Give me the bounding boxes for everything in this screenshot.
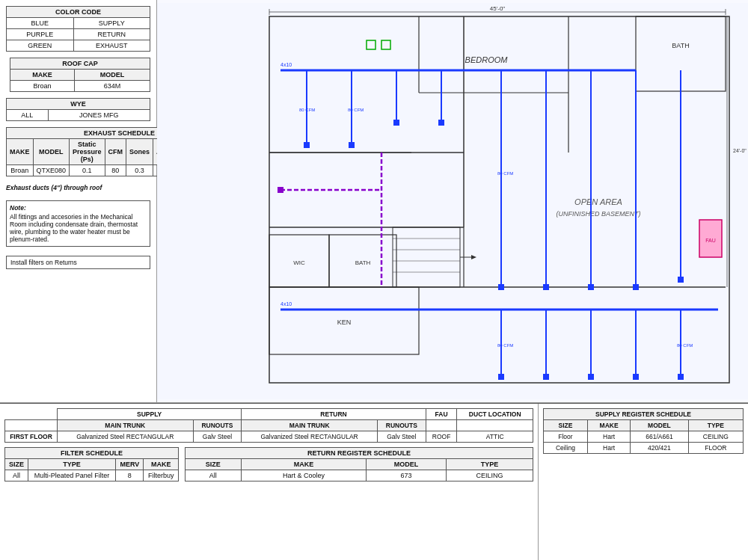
svg-rect-43 xyxy=(349,142,355,148)
rr-model-header: MODEL xyxy=(367,459,447,470)
svg-rect-42 xyxy=(304,142,310,148)
supply-register-table: SUPPLY REGISTER SCHEDULE SIZE MAKE MODEL… xyxy=(543,408,744,454)
bottom-section: SUPPLY RETURN FAU DUCT LOCATION MAIN TRU… xyxy=(0,403,748,560)
roof-cap-model-header: MODEL xyxy=(75,70,150,81)
sr-type-header: TYPE xyxy=(688,420,743,431)
sr-size-1: Floor xyxy=(544,431,588,443)
ex-sones-header: Sones xyxy=(126,139,153,165)
svg-rect-51 xyxy=(498,374,504,380)
svg-text:FAU: FAU xyxy=(705,238,716,243)
ex-make-header: MAKE xyxy=(7,139,34,165)
svg-rect-53 xyxy=(588,374,594,380)
return-register-title: RETURN REGISTER SCHEDULE xyxy=(186,448,533,459)
sr-size-header: SIZE xyxy=(544,420,588,431)
left-panel: COLOR CODE BLUE SUPPLY PURPLE RETURN GRE… xyxy=(0,0,157,402)
bottom-right: SUPPLY REGISTER SCHEDULE SIZE MAKE MODEL… xyxy=(539,404,748,560)
svg-rect-44 xyxy=(393,120,399,126)
return-header: RETURN xyxy=(242,409,426,420)
svg-rect-48 xyxy=(588,284,594,290)
ex-static: 0.1 xyxy=(70,165,105,176)
filter-make: Filterbuy xyxy=(144,470,179,481)
sr-model-header: MODEL xyxy=(631,420,689,431)
filter-type: Multi-Pleated Panel Filter xyxy=(28,470,116,481)
return-main-trunk-val: Galvanized Steel RECTANGULAR xyxy=(242,431,378,443)
ex-static-header: Static Pressure (Ps) xyxy=(70,139,105,165)
svg-text:45'-0": 45'-0" xyxy=(490,5,506,12)
svg-text:24'-0": 24'-0" xyxy=(733,148,747,153)
ex-model: QTXE080 xyxy=(33,165,70,176)
meaning-exhaust: EXHAUST xyxy=(73,40,150,52)
floor-label: FIRST FLOOR xyxy=(5,431,58,443)
wye-table: WYE ALL JONES MFG xyxy=(6,98,150,121)
install-note: Install filters on Returns xyxy=(6,256,150,269)
blueprint-svg: 45'-0" BEDROOM xyxy=(157,0,748,402)
rr-size-header: SIZE xyxy=(186,459,242,470)
return-main-trunk-header: MAIN TRUNK xyxy=(242,420,378,431)
supply-return-table: SUPPLY RETURN FAU DUCT LOCATION MAIN TRU… xyxy=(4,408,533,443)
rr-make-header: MAKE xyxy=(241,459,366,470)
filter-schedule-title: FILTER SCHEDULE xyxy=(5,448,179,459)
sr-model-2: 420/421 xyxy=(631,443,689,454)
return-runouts-header: RUNOUTS xyxy=(377,420,426,431)
return-runouts-val: Galv Steel xyxy=(377,431,426,443)
color-code-title: COLOR CODE xyxy=(7,7,150,18)
filter-type-header: TYPE xyxy=(28,459,116,470)
ex-make: Broan xyxy=(7,165,34,176)
supply-header: SUPPLY xyxy=(58,409,242,420)
supply-runouts-header: RUNOUTS xyxy=(193,420,242,431)
svg-text:OPEN AREA: OPEN AREA xyxy=(574,197,622,206)
filter-table-wrap: FILTER SCHEDULE SIZE TYPE MERV MAKE All … xyxy=(4,447,179,481)
ex-cfm-header: CFM xyxy=(105,139,126,165)
wye-title: WYE xyxy=(7,99,150,110)
roof-cap-table: ROOF CAP MAKE MODEL Broan 634M xyxy=(10,58,150,92)
svg-rect-52 xyxy=(543,374,549,380)
color-blue: BLUE xyxy=(7,18,74,29)
top-section: COLOR CODE BLUE SUPPLY PURPLE RETURN GRE… xyxy=(0,0,748,403)
rr-model: 673 xyxy=(367,470,447,481)
roof-cap-make-header: MAKE xyxy=(10,70,75,81)
svg-text:80 CFM: 80 CFM xyxy=(497,171,513,176)
note-box: Note: All fittings and accesories in the… xyxy=(6,200,150,247)
roof-cap-model: 634M xyxy=(75,81,150,92)
supply-main-trunk-val: Galvanized Steel RECTANGULAR xyxy=(58,431,194,443)
sr-model-1: 661/A661 xyxy=(631,431,689,443)
duct-location-header: DUCT LOCATION xyxy=(457,409,533,420)
svg-text:80 CFM: 80 CFM xyxy=(299,108,315,112)
ex-sones: 0.3 xyxy=(126,165,153,176)
svg-text:WIC: WIC xyxy=(293,259,305,266)
rr-type: CEILING xyxy=(447,470,533,481)
svg-text:80 CFM: 80 CFM xyxy=(497,343,513,348)
return-register-table: RETURN REGISTER SCHEDULE SIZE MAKE MODEL… xyxy=(185,447,533,481)
filter-merv: 8 xyxy=(116,470,144,481)
svg-rect-50 xyxy=(678,277,684,283)
sr-type-1: CEILING xyxy=(688,431,743,443)
svg-rect-46 xyxy=(498,284,504,290)
wye-mfg: JONES MFG xyxy=(48,110,150,121)
ex-model-header: MODEL xyxy=(33,139,70,165)
color-purple: PURPLE xyxy=(7,29,74,40)
svg-text:4x10: 4x10 xyxy=(280,62,292,67)
bottom-left: SUPPLY RETURN FAU DUCT LOCATION MAIN TRU… xyxy=(0,404,539,560)
meaning-return: RETURN xyxy=(73,29,150,40)
svg-text:80 CFM: 80 CFM xyxy=(677,343,693,348)
filter-merv-header: MERV xyxy=(116,459,144,470)
supply-main-trunk-header: MAIN TRUNK xyxy=(58,420,194,431)
svg-rect-58 xyxy=(278,187,283,193)
sr-type-2: FLOOR xyxy=(688,443,743,454)
filter-make-header: MAKE xyxy=(144,459,179,470)
svg-rect-54 xyxy=(633,374,639,380)
roof-cap-title: ROOF CAP xyxy=(10,58,150,70)
rr-size: All xyxy=(186,470,242,481)
note-title: Note: xyxy=(10,204,147,212)
filter-size: All xyxy=(5,470,28,481)
filter-size-header: SIZE xyxy=(5,459,28,470)
svg-text:KEN: KEN xyxy=(337,319,352,326)
filter-return-row: FILTER SCHEDULE SIZE TYPE MERV MAKE All … xyxy=(4,447,533,481)
svg-rect-0 xyxy=(157,3,748,399)
filter-schedule-table: FILTER SCHEDULE SIZE TYPE MERV MAKE All … xyxy=(4,447,179,481)
meaning-supply: SUPPLY xyxy=(73,18,150,29)
rr-type-header: TYPE xyxy=(447,459,533,470)
exhaust-duct-note: Exhaust ducts (4") through roof xyxy=(6,184,150,191)
color-green: GREEN xyxy=(7,40,74,52)
svg-rect-55 xyxy=(678,374,684,380)
